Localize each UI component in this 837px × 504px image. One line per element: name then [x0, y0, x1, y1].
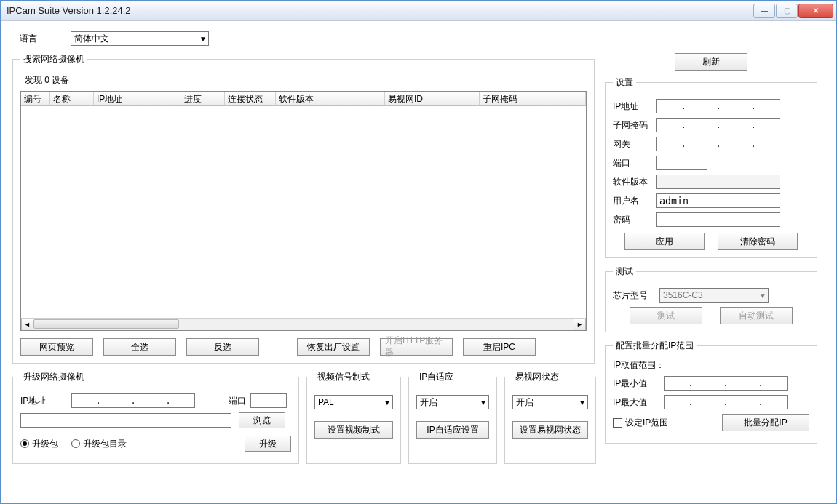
easyview-select[interactable]: 开启▼	[512, 395, 588, 409]
video-legend: 视频信号制式	[314, 371, 373, 383]
hscrollbar[interactable]: ◄ ►	[21, 318, 586, 330]
ipauto-fieldset: IP自适应 开启▼ IP自适应设置	[408, 371, 497, 464]
main-columns: 搜索网络摄像机 发现 0 设备 编号 名称 IP地址 进度 连接状态	[12, 53, 825, 471]
scroll-track[interactable]	[33, 319, 574, 331]
autotest-button[interactable]: 自动测试	[720, 307, 793, 324]
chip-select[interactable]: 3516C-C3▼	[659, 288, 769, 303]
chevron-down-icon: ▼	[759, 292, 766, 300]
col-index[interactable]: 编号	[21, 92, 50, 105]
ipauto-legend: IP自适应	[416, 371, 456, 383]
chevron-down-icon: ▼	[480, 399, 487, 407]
chevron-down-icon: ▼	[579, 399, 586, 407]
lower-left: 升级网络摄像机 IP地址 . . . 端口 浏览 升级包	[12, 371, 595, 471]
set-pass-label: 密码	[613, 214, 656, 226]
col-connstate[interactable]: 连接状态	[225, 92, 276, 105]
app-window: IPCam Suite Version 1.2.24.2 — ▢ ✕ 语言 简体…	[0, 0, 837, 504]
reboot-button[interactable]: 重启IPC	[463, 338, 536, 356]
factory-button[interactable]: 恢复出厂设置	[297, 338, 370, 356]
col-easyid[interactable]: 易视网ID	[385, 92, 480, 105]
fixip-checkbox[interactable]: 设定IP范围	[613, 417, 668, 429]
pkg-radio[interactable]: 升级包	[20, 438, 58, 450]
ipmin-input[interactable]: . . .	[664, 376, 788, 391]
checkbox-icon	[613, 418, 622, 428]
maximize-button[interactable]: ▢	[776, 4, 798, 18]
right-column: 刷新 设置 IP地址 . . . 子网掩码 . . . 网关 . . . 端口 …	[605, 53, 817, 471]
col-swver[interactable]: 软件版本	[276, 92, 385, 105]
language-label: 语言	[20, 33, 71, 45]
invert-button[interactable]: 反选	[186, 338, 259, 356]
settings-legend: 设置	[613, 76, 636, 89]
language-value: 简体中文	[74, 33, 109, 45]
set-ip-input[interactable]: . . .	[656, 99, 780, 113]
language-row: 语言 简体中文 ▼	[20, 31, 825, 46]
found-line: 发现 0 设备	[25, 74, 587, 87]
upgrade-legend: 升级网络摄像机	[20, 371, 87, 383]
close-button[interactable]: ✕	[798, 4, 833, 18]
browse-button[interactable]: 浏览	[239, 412, 285, 428]
scroll-right-icon[interactable]: ►	[574, 319, 586, 331]
upgrade-port-label: 端口	[210, 395, 246, 407]
upgrade-ip-label: IP地址	[20, 395, 71, 407]
col-ip[interactable]: IP地址	[94, 92, 181, 105]
ipauto-select[interactable]: 开启▼	[416, 395, 489, 409]
test-fieldset: 测试 芯片型号 3516C-C3▼ 测试 自动测试	[605, 265, 817, 332]
titlebar: IPCam Suite Version 1.2.24.2 — ▢ ✕	[1, 1, 836, 21]
minimize-button[interactable]: —	[753, 4, 775, 18]
clearpw-button[interactable]: 清除密码	[718, 233, 798, 250]
pkgdir-radio[interactable]: 升级包目录	[71, 438, 127, 450]
selectall-button[interactable]: 全选	[103, 338, 176, 356]
device-table[interactable]: 编号 名称 IP地址 进度 连接状态 软件版本 易视网ID 子网掩码 ◄	[20, 91, 587, 331]
chevron-down-icon: ▼	[199, 35, 207, 43]
scroll-left-icon[interactable]: ◄	[21, 319, 33, 331]
set-pass-input[interactable]	[656, 212, 780, 227]
video-set-button[interactable]: 设置视频制式	[314, 421, 393, 439]
window-body: 语言 简体中文 ▼ 搜索网络摄像机 发现 0 设备 编号	[1, 21, 836, 503]
language-select[interactable]: 简体中文 ▼	[71, 31, 209, 46]
assignip-button[interactable]: 批量分配IP	[722, 414, 809, 431]
col-name[interactable]: 名称	[50, 92, 94, 105]
left-column: 搜索网络摄像机 发现 0 设备 编号 名称 IP地址 进度 连接状态	[12, 53, 595, 471]
easyview-fieldset: 易视网状态 开启▼ 设置易视网状态	[504, 371, 596, 464]
iprange-title: IP取值范围：	[613, 359, 809, 372]
easyview-legend: 易视网状态	[512, 371, 562, 383]
preview-button[interactable]: 网页预览	[20, 338, 93, 356]
refresh-button[interactable]: 刷新	[675, 53, 747, 71]
upgrade-ip-input[interactable]: . . .	[71, 393, 195, 408]
search-fieldset: 搜索网络摄像机 发现 0 设备 编号 名称 IP地址 进度 连接状态	[12, 53, 595, 364]
video-fieldset: 视频信号制式 PAL▼ 设置视频制式	[306, 371, 401, 464]
chevron-down-icon: ▼	[384, 399, 391, 407]
set-gw-input[interactable]: . . .	[656, 137, 780, 151]
easyview-set-button[interactable]: 设置易视网状态	[512, 421, 588, 439]
settings-fieldset: 设置 IP地址 . . . 子网掩码 . . . 网关 . . . 端口 软件版…	[605, 76, 817, 258]
window-title: IPCam Suite Version 1.2.24.2	[7, 5, 753, 16]
scroll-thumb[interactable]	[33, 319, 179, 329]
chip-label: 芯片型号	[613, 289, 659, 302]
set-port-input[interactable]	[656, 156, 707, 170]
set-gw-label: 网关	[613, 138, 656, 151]
set-ip-label: IP地址	[613, 100, 656, 113]
ipauto-set-button[interactable]: IP自适应设置	[416, 421, 489, 439]
col-progress[interactable]: 进度	[181, 92, 225, 105]
set-user-input[interactable]	[656, 193, 780, 208]
video-select[interactable]: PAL▼	[314, 395, 393, 409]
iprange-fieldset: 配置批量分配IP范围 IP取值范围： IP最小值 . . . IP最大值 . .…	[605, 340, 817, 444]
upgrade-button[interactable]: 升级	[245, 436, 291, 452]
http-button[interactable]: 开启HTTP服务器	[380, 338, 453, 356]
set-ver-field	[656, 175, 780, 189]
table-header: 编号 名称 IP地址 进度 连接状态 软件版本 易视网ID 子网掩码	[21, 92, 586, 106]
upgrade-port-input[interactable]	[250, 393, 287, 408]
ipmax-label: IP最大值	[613, 396, 664, 409]
test-button[interactable]: 测试	[630, 307, 702, 324]
radio-on-icon	[20, 439, 29, 448]
set-mask-input[interactable]: . . .	[656, 118, 780, 132]
apply-button[interactable]: 应用	[624, 233, 705, 250]
col-mask[interactable]: 子网掩码	[480, 92, 586, 105]
ipmax-input[interactable]: . . .	[664, 395, 788, 409]
set-ver-label: 软件版本	[613, 176, 656, 188]
set-mask-label: 子网掩码	[613, 119, 656, 132]
ipmin-label: IP最小值	[613, 377, 664, 390]
search-button-row: 网页预览 全选 反选 恢复出厂设置 开启HTTP服务器 重启IPC	[20, 338, 587, 356]
window-buttons: — ▢ ✕	[753, 4, 833, 18]
iprange-legend: 配置批量分配IP范围	[613, 340, 697, 352]
upgrade-path-input[interactable]	[20, 413, 231, 428]
